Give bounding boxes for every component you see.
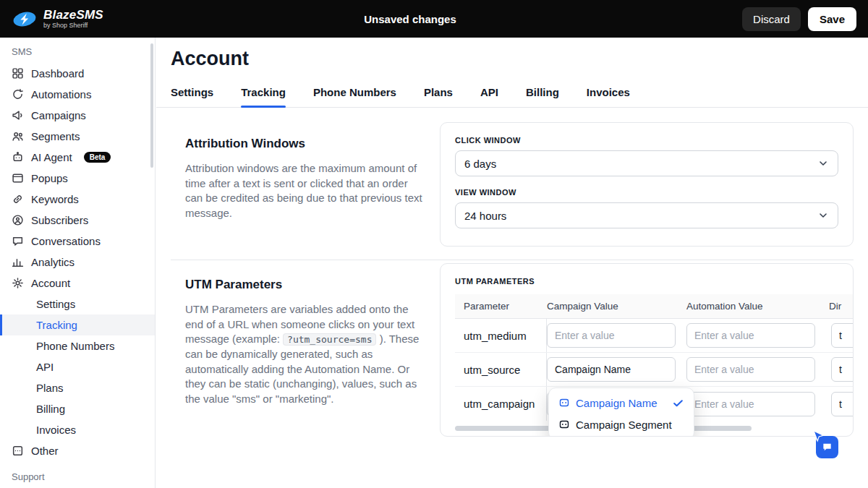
click-window-select[interactable]: 6 days xyxy=(455,150,838,176)
sidebar-scrollbar[interactable] xyxy=(150,43,153,168)
attribution-card: CLICK WINDOW 6 days VIEW WINDOW 24 hours xyxy=(440,122,854,247)
direct-value-input[interactable] xyxy=(831,357,854,382)
campaign-value-dropdown: Campaign Name Campaign Segment xyxy=(548,388,694,437)
sidebar-subitem-tracking[interactable]: Tracking xyxy=(0,314,155,335)
sidebar-item-label: Conversations xyxy=(31,235,101,247)
campaigns-icon xyxy=(12,109,24,121)
campaign-value-input[interactable] xyxy=(547,323,676,348)
attribution-description: Attribution windows are the maximum amou… xyxy=(185,161,424,221)
subscribers-icon xyxy=(12,214,24,226)
tab-plans[interactable]: Plans xyxy=(424,82,453,107)
column-header-direct: Dir xyxy=(829,301,854,312)
sidebar-subitem-label: Billing xyxy=(36,403,65,415)
brand-subtitle: by Shop Sheriff xyxy=(43,22,103,29)
sidebar-item-analytics[interactable]: Analytics xyxy=(0,252,155,273)
view-window-select[interactable]: 24 hours xyxy=(455,202,838,228)
sidebar-item-account[interactable]: Account xyxy=(0,273,155,294)
sidebar-item-keywords[interactable]: Keywords xyxy=(0,189,155,210)
sidebar-support-label: Support xyxy=(12,471,45,482)
brand-name: BlazeSMS xyxy=(43,9,103,21)
chat-launcher-button[interactable] xyxy=(816,436,838,458)
sidebar-item-subscribers[interactable]: Subscribers xyxy=(0,210,155,231)
utm-example-code: ?utm_source=sms xyxy=(283,333,376,346)
view-window-value: 24 hours xyxy=(464,210,506,222)
discard-button[interactable]: Discard xyxy=(742,7,801,31)
automation-value-input[interactable] xyxy=(686,392,815,416)
dynamic-value-icon xyxy=(558,397,570,408)
sidebar-item-segments[interactable]: Segments xyxy=(0,126,155,147)
chevron-down-icon xyxy=(817,158,829,169)
sidebar-subitem-api[interactable]: API xyxy=(0,356,155,377)
tab-tracking[interactable]: Tracking xyxy=(241,82,286,107)
check-icon xyxy=(672,397,684,409)
direct-value-input[interactable] xyxy=(831,392,854,416)
sidebar-item-dashboard[interactable]: Dashboard xyxy=(0,63,155,84)
sidebar-item-popups[interactable]: Popups xyxy=(0,168,155,189)
sidebar-item-label: Subscribers xyxy=(31,214,88,226)
dropdown-option-campaign-name[interactable]: Campaign Name xyxy=(553,392,690,414)
section-divider xyxy=(171,260,854,260)
click-window-value: 6 days xyxy=(464,158,496,170)
brand: BlazeSMS by Shop Sheriff xyxy=(12,9,103,29)
sidebar-subitem-label: Settings xyxy=(36,298,75,310)
sidebar-item-label: Account xyxy=(31,277,70,289)
account-gear-icon xyxy=(12,277,24,289)
utm-description: UTM Parameters are variables added onto … xyxy=(185,302,424,407)
utm-parameters-section: UTM Parameters UTM Parameters are variab… xyxy=(156,262,868,437)
unsaved-changes-status: Unsaved changes xyxy=(364,13,456,25)
keywords-icon xyxy=(12,193,24,205)
topbar: BlazeSMS by Shop Sheriff Unsaved changes… xyxy=(0,0,868,38)
tab-invoices[interactable]: Invoices xyxy=(587,82,630,107)
sidebar-item-automations[interactable]: Automations xyxy=(0,84,155,105)
sidebar-subitem-label: Tracking xyxy=(36,319,77,331)
sidebar-section-label: SMS xyxy=(0,45,155,63)
sidebar-item-other[interactable]: Other xyxy=(0,440,155,461)
sidebar-subitem-billing[interactable]: Billing xyxy=(0,398,155,419)
main-content: Account Settings Tracking Phone Numbers … xyxy=(156,38,868,488)
sidebar-item-ai-agent[interactable]: AI Agent Beta xyxy=(0,147,155,168)
tab-settings[interactable]: Settings xyxy=(171,82,213,107)
dashboard-icon xyxy=(12,67,24,80)
page-title: Account xyxy=(171,48,868,70)
sidebar-item-label: Segments xyxy=(31,130,80,142)
dropdown-option-label: Campaign Segment xyxy=(576,419,672,431)
sidebar-item-label: Keywords xyxy=(31,193,79,205)
segments-icon xyxy=(12,130,24,142)
sidebar-subitem-settings[interactable]: Settings xyxy=(0,294,155,314)
view-window-label: VIEW WINDOW xyxy=(455,188,838,197)
sidebar-item-label: Dashboard xyxy=(31,67,84,80)
utm-parameter-name: utm_campaign xyxy=(455,387,547,421)
sidebar-subitem-phone-numbers[interactable]: Phone Numbers xyxy=(0,335,155,356)
sidebar-item-label: AI Agent xyxy=(31,151,72,163)
sidebar-item-conversations[interactable]: Conversations xyxy=(0,231,155,252)
table-row-utm-source: utm_source xyxy=(455,353,854,387)
sidebar-subitem-invoices[interactable]: Invoices xyxy=(0,419,155,440)
tab-billing[interactable]: Billing xyxy=(526,82,559,107)
utm-parameter-name: utm_source xyxy=(455,353,547,386)
campaign-value-input[interactable] xyxy=(547,357,676,382)
direct-value-input[interactable] xyxy=(831,323,854,348)
chevron-down-icon xyxy=(817,210,829,221)
tab-phone-numbers[interactable]: Phone Numbers xyxy=(313,82,396,107)
utm-table-header: Parameter Campaign Value Automation Valu… xyxy=(455,294,854,319)
sidebar-subitem-plans[interactable]: Plans xyxy=(0,377,155,398)
utm-card-label: UTM PARAMETERS xyxy=(455,277,853,286)
automation-value-input[interactable] xyxy=(686,323,815,348)
column-header-campaign-value: Campaign Value xyxy=(547,301,686,312)
chat-bubble-icon xyxy=(822,442,833,453)
automation-value-input[interactable] xyxy=(686,357,815,382)
attribution-windows-section: Attribution Windows Attribution windows … xyxy=(156,108,868,247)
save-button[interactable]: Save xyxy=(808,7,856,31)
popups-icon xyxy=(12,172,24,184)
sidebar-item-campaigns[interactable]: Campaigns xyxy=(0,105,155,126)
conversations-icon xyxy=(12,235,24,247)
dropdown-option-campaign-segment[interactable]: Campaign Segment xyxy=(553,414,690,435)
attribution-heading: Attribution Windows xyxy=(185,137,424,151)
tab-api[interactable]: API xyxy=(480,82,498,107)
sidebar-item-label: Other xyxy=(31,445,59,457)
sidebar-subitem-label: API xyxy=(36,361,54,373)
click-window-label: CLICK WINDOW xyxy=(455,136,838,145)
utm-parameter-name: utm_medium xyxy=(455,319,547,352)
blazesms-logo-icon xyxy=(12,10,38,28)
automations-icon xyxy=(12,88,24,100)
